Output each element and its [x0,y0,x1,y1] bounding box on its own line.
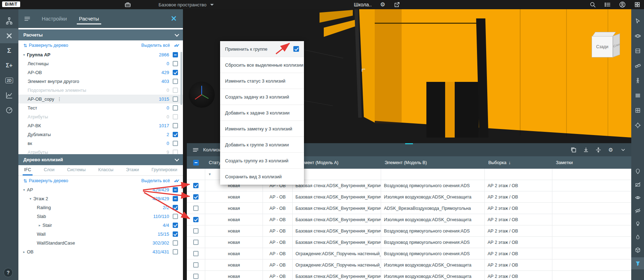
workspace-selector[interactable]: Базовое пространство [159,0,214,9]
tab-groupings[interactable]: Группировки [150,165,179,175]
tree-checkbox[interactable] [173,88,178,93]
show-eye-icon[interactable] [631,191,644,203]
section-box-icon[interactable] [631,45,644,57]
menu-add-to-group[interactable]: Добавить к группе 3 коллизии [220,137,304,153]
menu-add-to-task[interactable]: Добавить к задаче 3 коллизии [220,105,304,121]
tree-checkbox[interactable] [173,114,178,119]
model-cube-icon[interactable] [631,244,644,256]
expander-icon[interactable] [28,197,33,201]
panel-menu-icon[interactable] [24,16,30,22]
tab-layers[interactable]: Слои [42,165,56,175]
tree-item[interactable]: АР-ОВ 429 [18,68,183,77]
tab-ifc[interactable]: IFC [23,165,33,175]
expander-icon[interactable] [21,250,27,254]
export-download-icon[interactable] [583,147,589,153]
charts-icon[interactable] [0,88,18,103]
menu-reset-selected[interactable]: Сбросить все выделенные коллизии [220,57,304,73]
collision-row[interactable]: новая АР - ОВ Базовая стена:ADSK_Внутрен… [187,225,631,237]
collapse-panel-chevron-icon[interactable] [620,147,626,153]
measure-icon[interactable] [631,60,644,72]
tree-checkbox[interactable] [173,214,178,219]
menu-create-group[interactable]: Создать группу из 3 коллизий [220,153,304,169]
navcube-front-face[interactable]: Сзади [592,36,613,57]
tree-item[interactable]: Slab 110/110 [18,212,183,221]
navigation-cube[interactable]: Слев Сзади [592,32,623,63]
view-2d-icon[interactable]: 2D [0,73,18,88]
orbit-icon[interactable] [631,30,644,42]
tree-item[interactable]: вк 0 [18,139,183,148]
status-filter-dropdown[interactable]: ▾ [209,172,211,177]
tree-item[interactable]: Тест 0 [18,103,183,112]
project-settings-gear-icon[interactable]: ⚙ [380,2,385,7]
collision-row[interactable]: новая АР - ОВ Базовая стена:ADSK_Внутрен… [187,214,631,225]
tree-item[interactable]: Stair 4/4 [18,221,183,230]
column-element-a[interactable]: Элемент (Модель А) [293,156,381,169]
filter-icon[interactable] [631,257,644,269]
select-icon[interactable] [631,15,644,27]
collision-row[interactable]: новая АР - ОВ Ограждение:ADSK_Поручень н… [187,259,631,271]
column-sel[interactable]: Выборка↓ [485,156,552,169]
floors-icon[interactable] [631,89,644,101]
panel-resize-handle[interactable] [405,143,413,144]
collision-row[interactable]: новая АР - ОВ Базовая стена:ADSK_Внутрен… [187,203,631,214]
tree-checkbox[interactable] [173,52,178,57]
select-all-link[interactable]: Выделить всё ✔✔ [141,178,178,184]
table-menu-icon[interactable] [192,147,199,153]
row-checkbox[interactable] [193,206,199,211]
tree-item[interactable]: Wall 15/15 [18,230,183,239]
tree-item[interactable]: Группа АР 2866 [18,50,183,59]
row-checkbox[interactable] [193,274,199,279]
menu-change-note[interactable]: Изменить заметку у 3 коллизий [220,121,304,137]
tab-classes[interactable]: Классы [97,165,115,175]
row-checkbox[interactable] [193,251,199,256]
markers-icon[interactable] [631,165,644,177]
section-calculations[interactable]: Расчеты [18,29,183,40]
tree-item[interactable]: АР-ВК 1017 [18,121,183,130]
tree-item[interactable]: WallStandardCase 302/302 [18,239,183,247]
tree-item[interactable]: Подозрительные элементы 0 [18,86,183,95]
tree-item[interactable]: Атрибуты 9 [18,148,183,154]
tree-checkbox[interactable] [173,141,178,146]
paint-icon[interactable] [631,231,644,243]
row-checkbox[interactable] [193,194,199,200]
expander-icon[interactable] [21,188,27,192]
menu-save-view[interactable]: Сохранить вид 3 коллизий [220,169,304,185]
apply-to-group-checkbox[interactable] [293,46,299,52]
tree-checkbox[interactable] [173,132,178,137]
navcube-side-face[interactable]: Слев [613,33,620,57]
scrollbar-thumb[interactable] [180,52,182,105]
walkthrough-icon[interactable] [631,74,644,86]
model-tree-icon[interactable] [0,13,18,28]
tree-checkbox[interactable] [173,240,178,246]
bulb-icon[interactable] [631,218,644,230]
briefcase-icon[interactable] [125,1,131,8]
tree-checkbox[interactable] [173,61,178,66]
column-element-b[interactable]: Элемент (Модель В) [381,156,485,169]
tree-checkbox[interactable] [173,150,178,154]
tree-item[interactable]: АР-ОВ_сору ⋮ 1015 [18,95,183,103]
collision-row[interactable]: новая АР - ОВ Базовая стена:ADSK_Внутрен… [187,191,631,203]
tab-calculations[interactable]: Расчеты [78,11,100,27]
account-icon[interactable] [619,1,626,8]
search-icon[interactable] [590,1,596,8]
hide-eye-icon[interactable] [631,205,644,217]
tree-checkbox[interactable] [173,96,178,102]
tab-settings[interactable]: Настройки [41,11,68,27]
select-all-checkbox[interactable] [193,160,199,166]
tree-checkbox[interactable] [173,223,178,228]
share-icon[interactable] [394,1,400,8]
menu-apply-to-group[interactable]: Применить к группе [220,41,304,57]
tree-item[interactable]: Атрибуты 0 [18,112,183,121]
expander-icon[interactable] [37,223,42,227]
apps-grid-icon[interactable] [634,1,640,8]
sum-plus-icon[interactable]: Σ+ [0,58,18,73]
menu-create-task[interactable]: Создать задачу из 3 коллизий [220,89,304,105]
tree-checkbox[interactable] [173,205,178,210]
grid-view-icon[interactable] [631,104,644,116]
clash-detection-icon[interactable] [0,28,18,43]
collision-row[interactable]: новая АР - ОВ Ограждение:ADSK_Поручень н… [187,248,631,259]
clip-plane-icon[interactable] [631,178,644,190]
row-checkbox[interactable] [193,240,199,245]
expander-icon[interactable] [21,53,27,57]
tree-item[interactable]: Этаж 2 429/429 [18,194,183,203]
